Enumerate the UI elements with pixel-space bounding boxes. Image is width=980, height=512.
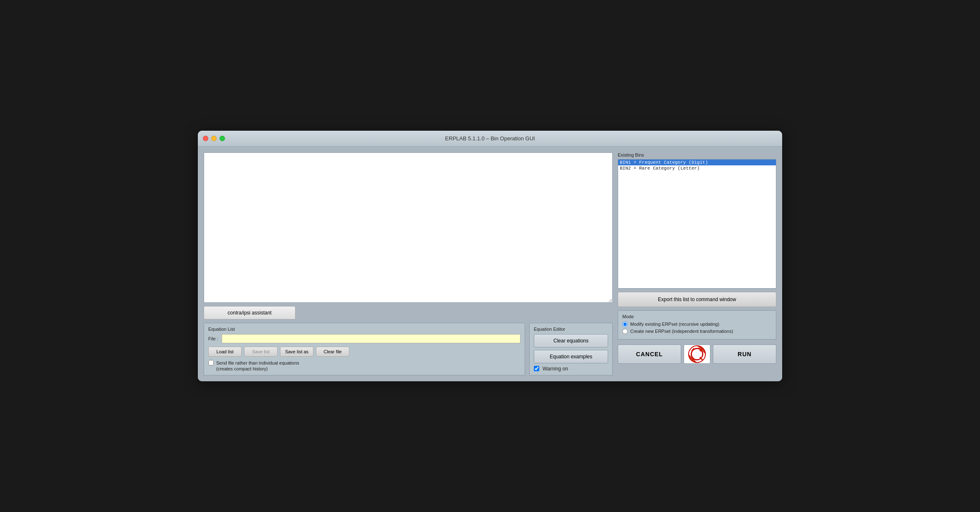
file-label: File : [208,336,218,341]
mode-radio-row-2: Create new ERPset (independent transform… [622,329,772,334]
export-button[interactable]: Export this list to command window [618,292,776,307]
mode-radio-label-1: Modify existing ERPset (recursive updati… [630,322,719,327]
window-title: ERPLAB 5.1.1.0 – Bin Operation GUI [445,135,535,142]
mode-radio-label-2: Create new ERPset (independent transform… [630,329,733,334]
close-button[interactable] [203,136,208,141]
existing-bins-section: Existing Bins BIN1 = Frequent Category (… [618,152,776,289]
run-button[interactable]: RUN [713,345,776,364]
equation-examples-button[interactable]: Equation examples [534,350,608,363]
file-row: File : [208,334,520,343]
existing-bins-label: Existing Bins [618,152,776,157]
send-file-checkbox-row: Send file rather than individual equatio… [208,360,520,372]
warning-checkbox[interactable] [534,366,539,371]
maximize-button[interactable] [220,136,225,141]
warning-label: Warning on [543,366,568,372]
main-window: ERPLAB 5.1.1.0 – Bin Operation GUI contr… [198,131,782,382]
contra-ipsi-button[interactable]: contra/ipsi assistant [204,306,296,319]
equation-editor-area[interactable] [204,152,613,303]
action-buttons: CANCEL [618,345,776,364]
lifebuoy-icon [688,345,706,363]
clear-file-button[interactable]: Clear file [316,347,349,357]
bin-item[interactable]: BIN2 = Rare Category (Letter) [618,165,776,171]
mode-radio-row-1: Modify existing ERPset (recursive updati… [622,322,772,327]
equation-editor-section: Equation Editor Clear equations Equation… [529,323,613,375]
main-layout: contra/ipsi assistant Equation List File… [204,152,776,376]
send-file-checkbox[interactable] [208,360,214,365]
save-list-button[interactable]: Save list [244,347,278,357]
right-panel: Existing Bins BIN1 = Frequent Category (… [618,152,776,376]
mode-section: Mode Modify existing ERPset (recursive u… [618,310,776,340]
file-input[interactable] [222,334,520,343]
equation-list-label: Equation List [208,327,520,332]
load-list-button[interactable]: Load list [208,347,242,357]
send-file-label: Send file rather than individual equatio… [216,360,299,372]
title-bar: ERPLAB 5.1.1.0 – Bin Operation GUI [198,131,782,147]
mode-radio-2[interactable] [622,329,628,334]
minimize-button[interactable] [211,136,217,141]
equation-list-buttons: Load list Save list Save list as Clear f… [208,347,520,357]
equation-list-section: Equation List File : Load list Save list… [204,323,525,376]
save-list-as-button[interactable]: Save list as [280,347,313,357]
equation-editor-buttons: Clear equations Equation examples [534,334,608,363]
mode-radio-1[interactable] [622,322,628,327]
left-panel: contra/ipsi assistant Equation List File… [204,152,613,376]
bins-list[interactable]: BIN1 = Frequent Category (Digit) BIN2 = … [618,159,776,289]
mode-label: Mode [622,314,772,319]
window-content: contra/ipsi assistant Equation List File… [198,147,782,382]
warning-row: Warning on [534,366,608,372]
help-button[interactable] [684,345,710,364]
traffic-lights [203,136,225,141]
cancel-button[interactable]: CANCEL [618,345,681,364]
bin-item[interactable]: BIN1 = Frequent Category (Digit) [618,160,776,165]
clear-equations-button[interactable]: Clear equations [534,334,608,347]
equation-editor-label: Equation Editor [534,327,608,332]
